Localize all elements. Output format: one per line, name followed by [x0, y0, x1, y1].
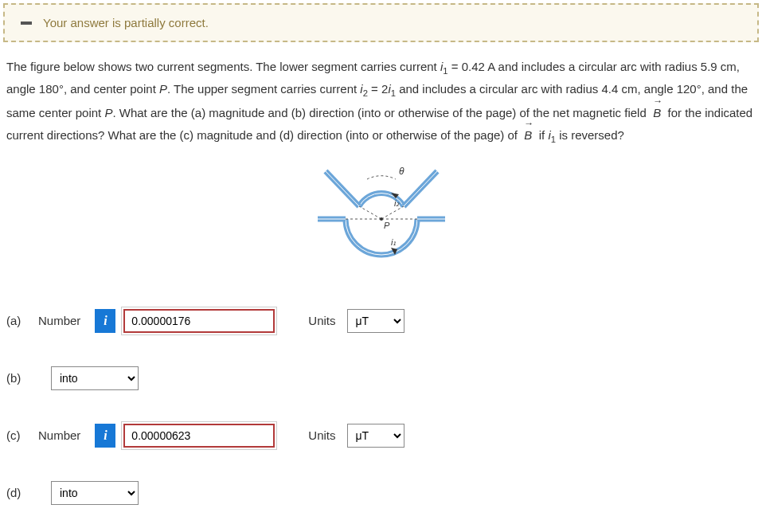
current-segments-diagram: θ i₂ P i₁	[302, 155, 461, 283]
i1-label: i₁	[391, 237, 396, 247]
svg-line-3	[381, 206, 404, 219]
p-label: P	[384, 221, 390, 230]
part-label-a: (a)	[6, 314, 30, 327]
unit-select-c[interactable]: μT	[347, 424, 404, 448]
feedback-text: Your answer is partially correct.	[43, 16, 209, 29]
i2-label: i₂	[394, 198, 400, 208]
answer-row-a: (a) Number i Units μT	[6, 309, 756, 333]
units-label: Units	[308, 314, 335, 327]
info-icon[interactable]: i	[95, 424, 115, 448]
part-label-d: (d)	[6, 486, 30, 499]
units-label: Units	[308, 428, 335, 442]
number-input-a[interactable]	[123, 309, 275, 333]
answer-row-c: (c) Number i Units μT	[6, 424, 756, 448]
feedback-banner: Your answer is partially correct.	[3, 3, 759, 42]
number-label: Number	[38, 428, 80, 442]
svg-point-4	[380, 217, 383, 221]
number-input-c[interactable]	[123, 424, 275, 448]
part-label-c: (c)	[6, 428, 30, 442]
info-icon[interactable]: i	[95, 309, 115, 333]
svg-line-2	[359, 206, 381, 219]
answers-section: (a) Number i Units μT (b) into (c) Numbe…	[3, 309, 759, 505]
b-vector: B	[653, 101, 661, 123]
minus-icon	[21, 22, 32, 25]
figure: θ i₂ P i₁	[3, 155, 759, 285]
b-vector: B	[524, 123, 532, 146]
theta-label: θ	[399, 166, 404, 177]
answer-row-d: (d) into	[6, 481, 756, 505]
answer-row-b: (b) into	[6, 366, 756, 390]
number-label: Number	[38, 314, 80, 327]
question-text: The figure below shows two current segme…	[3, 57, 759, 147]
part-label-b: (b)	[6, 371, 30, 385]
unit-select-a[interactable]: μT	[347, 309, 404, 333]
direction-select-b[interactable]: into	[51, 366, 139, 390]
direction-select-d[interactable]: into	[51, 481, 139, 505]
